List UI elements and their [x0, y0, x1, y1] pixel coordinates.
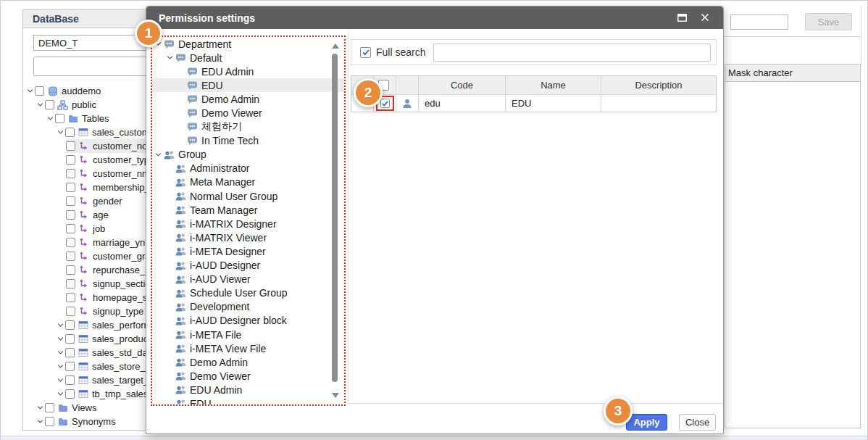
checkbox[interactable]: [65, 389, 75, 399]
permission-search-input[interactable]: [433, 43, 711, 62]
permission-tree-item[interactable]: i-META Designer: [152, 244, 344, 258]
checkbox[interactable]: [66, 169, 75, 178]
chevron-down-icon[interactable]: [36, 418, 45, 425]
checkbox[interactable]: [65, 362, 75, 371]
permission-tree-item[interactable]: Team Manager: [152, 203, 344, 217]
permission-tree-item[interactable]: i-META View File: [152, 341, 344, 355]
close-dialog-button[interactable]: Close: [679, 414, 716, 431]
permission-tree-item[interactable]: Meta Manager: [152, 175, 344, 189]
permission-tree-item[interactable]: EDU: [152, 78, 344, 92]
table-row[interactable]: eduEDU: [351, 94, 716, 112]
checkbox[interactable]: [65, 334, 75, 344]
permission-tree-item[interactable]: 체험하기: [152, 120, 344, 134]
chevron-down-icon[interactable]: [56, 129, 65, 136]
close-button[interactable]: [698, 12, 711, 24]
permission-table: Code Name Description eduEDU: [351, 75, 717, 112]
group-icon: [175, 302, 187, 312]
permission-tree-item[interactable]: EDU Admin: [152, 383, 344, 397]
permission-tree-item[interactable]: Schedule User Group: [152, 286, 344, 300]
checkbox[interactable]: [65, 128, 75, 137]
chevron-down-icon[interactable]: [36, 101, 45, 108]
permission-tree-item[interactable]: i-AUD Designer block: [152, 314, 344, 328]
toolbar-input[interactable]: [730, 14, 788, 30]
permission-tree-item[interactable]: Administrator: [152, 162, 344, 175]
permission-tree-item[interactable]: i-AUD Viewer: [152, 273, 344, 286]
scrollbar-thumb[interactable]: [332, 54, 338, 382]
tree-item-label: i-MATRIX Viewer: [190, 232, 267, 244]
checkbox[interactable]: [66, 210, 75, 220]
checkbox[interactable]: [65, 348, 75, 357]
checkbox[interactable]: [66, 155, 75, 165]
checkbox[interactable]: [66, 279, 75, 289]
chevron-down-icon[interactable]: [56, 363, 65, 370]
scroll-up-icon[interactable]: [332, 43, 339, 49]
checkbox[interactable]: [65, 320, 75, 330]
checkbox[interactable]: [45, 417, 54, 426]
permission-tree-item[interactable]: EDU: [152, 397, 344, 404]
checkbox[interactable]: [66, 238, 75, 247]
column-header-code[interactable]: Code: [419, 76, 506, 94]
tree-item-label: Department: [178, 38, 231, 50]
permission-tree-item[interactable]: Demo Admin: [152, 355, 344, 369]
scroll-down-icon[interactable]: [332, 393, 339, 398]
permission-tree-item[interactable]: Demo Viewer: [152, 369, 344, 383]
chevron-down-icon[interactable]: [56, 336, 65, 342]
permission-tree-item[interactable]: i-MATRIX Designer: [152, 217, 344, 231]
chevron-down-icon[interactable]: [56, 349, 65, 356]
tree-scrollbar[interactable]: [330, 37, 341, 404]
permission-tree-item[interactable]: i-META File: [152, 328, 344, 341]
permission-tree-item[interactable]: Normal User Group: [152, 189, 344, 203]
chevron-down-icon[interactable]: [56, 322, 65, 328]
tree-item-label: Synonyms: [72, 416, 116, 427]
permission-tree-item[interactable]: Default: [152, 51, 344, 65]
checkbox[interactable]: [66, 196, 75, 206]
maximize-button[interactable]: [675, 12, 688, 24]
checkbox[interactable]: [380, 99, 390, 108]
permission-tree-item[interactable]: EDU Admin: [152, 65, 344, 78]
checkbox[interactable]: [65, 375, 75, 385]
column-header-description[interactable]: Description: [601, 76, 716, 94]
folder-icon: [57, 416, 69, 427]
column-icon: [78, 182, 90, 193]
permission-tree-item[interactable]: Group: [152, 148, 344, 162]
dialog-title: Permission settings: [159, 12, 255, 24]
checkbox[interactable]: [66, 141, 75, 151]
checkbox[interactable]: [66, 307, 75, 316]
chevron-down-icon[interactable]: [56, 391, 65, 397]
save-button[interactable]: Save: [805, 13, 852, 30]
chevron-down-icon[interactable]: [165, 54, 175, 61]
column-icon: [78, 168, 90, 179]
checkbox[interactable]: [66, 252, 75, 261]
checkbox[interactable]: [66, 293, 75, 302]
table-icon: [77, 375, 89, 386]
permission-tree-item[interactable]: In Time Tech: [152, 134, 344, 148]
chevron-down-icon[interactable]: [154, 151, 163, 158]
permission-tree-item[interactable]: i-AUD Designer: [152, 259, 344, 273]
full-search-checkbox[interactable]: [360, 47, 371, 58]
checkbox[interactable]: [66, 183, 75, 192]
tree-item-label: i-META File: [190, 329, 241, 341]
chevron-down-icon[interactable]: [46, 115, 55, 122]
checkbox[interactable]: [55, 114, 64, 123]
checkbox[interactable]: [35, 86, 44, 96]
checkbox[interactable]: [66, 265, 75, 275]
apply-button[interactable]: Apply: [626, 414, 667, 431]
tree-item-label: Development: [190, 301, 250, 312]
permission-tree-item[interactable]: i-MATRIX Viewer: [152, 231, 344, 244]
permission-tree-item[interactable]: Department: [152, 37, 344, 51]
checkbox[interactable]: [45, 100, 54, 109]
chevron-down-icon[interactable]: [56, 377, 65, 383]
column-icon: [78, 223, 90, 234]
permission-tree-item[interactable]: Demo Admin: [152, 92, 344, 106]
checkbox[interactable]: [66, 224, 75, 233]
chevron-down-icon[interactable]: [25, 88, 35, 94]
permission-tree-item[interactable]: Demo Viewer: [152, 106, 344, 120]
dialog-titlebar[interactable]: Permission settings: [146, 7, 723, 29]
checkbox[interactable]: [45, 403, 54, 412]
permission-tree-box: DepartmentDefaultEDU AdminEDUDemo AdminD…: [151, 36, 346, 406]
chevron-down-icon[interactable]: [36, 404, 45, 411]
permission-tree-item[interactable]: Development: [152, 300, 344, 314]
department-icon: [186, 108, 199, 119]
column-header-name[interactable]: Name: [506, 76, 601, 94]
group-icon: [175, 260, 187, 271]
